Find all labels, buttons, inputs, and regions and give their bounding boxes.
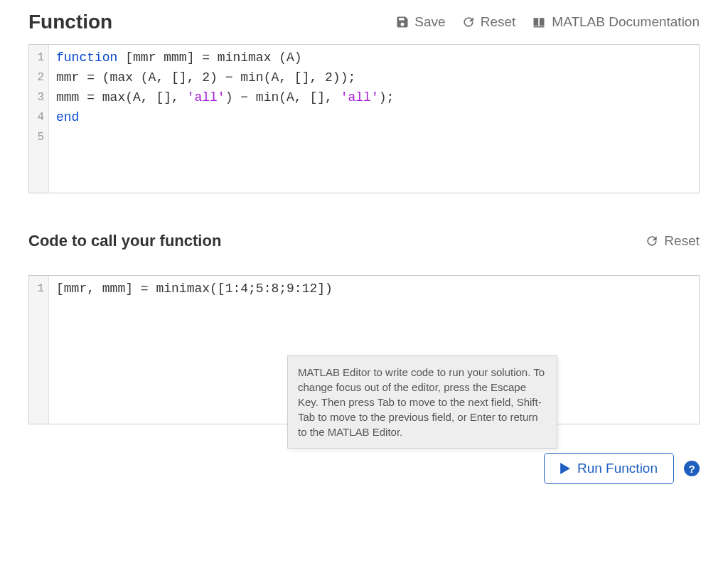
line-number: 1 (33, 279, 44, 299)
play-icon (560, 463, 570, 474)
caller-header: Code to call your function Reset (28, 232, 700, 250)
function-toolbar: Save Reset MATLAB Documentation (395, 14, 700, 30)
function-title: Function (28, 11, 112, 33)
editor-gutter: 1 2 3 4 5 (29, 45, 49, 193)
keyword: end (56, 110, 79, 124)
reset-icon (645, 234, 659, 248)
line-number: 1 (33, 48, 44, 68)
help-button[interactable]: ? (684, 461, 700, 476)
code-line: mmr = (max (A, [], 2) − min(A, [], 2)); (56, 68, 692, 87)
reset-button[interactable]: Reset (461, 14, 516, 30)
function-editor[interactable]: 1 2 3 4 5 function [mmr mmm] = minimax (… (28, 44, 700, 193)
caller-reset-label: Reset (664, 233, 700, 249)
docs-button[interactable]: MATLAB Documentation (531, 14, 700, 30)
line-number: 4 (33, 107, 44, 127)
code-text: ); (379, 90, 395, 105)
code-body[interactable]: [mmr, mmm] = minimax([1:4;5:8;9:12]) MAT… (49, 276, 699, 424)
code-line: end (56, 107, 692, 127)
reset-label: Reset (481, 14, 516, 30)
line-number: 5 (33, 127, 44, 147)
line-number: 3 (33, 87, 44, 107)
editor-gutter: 1 (29, 276, 49, 424)
save-label: Save (414, 14, 445, 30)
caller-editor[interactable]: 1 [mmr, mmm] = minimax([1:4;5:8;9:12]) M… (28, 275, 700, 424)
save-button[interactable]: Save (395, 14, 445, 30)
string-literal: 'all' (341, 90, 379, 105)
code-line: mmm = max(A, [], 'all') − min(A, [], 'al… (56, 87, 692, 107)
caller-toolbar: Reset (645, 233, 700, 249)
book-icon (531, 15, 547, 29)
save-icon (395, 15, 410, 29)
function-header: Function Save Reset MATLAB Documentation (28, 11, 700, 33)
caller-title: Code to call your function (28, 232, 221, 250)
caller-reset-button[interactable]: Reset (645, 233, 700, 249)
reset-icon (461, 15, 476, 29)
code-text: ) − min(A, [], (225, 90, 341, 105)
string-literal: 'all' (187, 90, 225, 105)
run-function-button[interactable]: Run Function (544, 453, 674, 484)
bottom-bar: Run Function ? (28, 453, 700, 484)
line-number: 2 (33, 68, 44, 87)
code-line: [mmr, mmm] = minimax([1:4;5:8;9:12]) (56, 279, 692, 299)
code-text: mmm = max(A, [], (56, 90, 187, 105)
keyword: function (56, 50, 117, 65)
code-line: function [mmr mmm] = minimax (A) (56, 48, 692, 68)
code-text: [mmr mmm] = minimax (A) (117, 50, 301, 65)
run-label: Run Function (577, 461, 658, 476)
docs-label: MATLAB Documentation (552, 14, 700, 30)
code-body[interactable]: function [mmr mmm] = minimax (A)mmr = (m… (49, 45, 699, 193)
editor-tooltip: MATLAB Editor to write code to run your … (287, 355, 557, 449)
